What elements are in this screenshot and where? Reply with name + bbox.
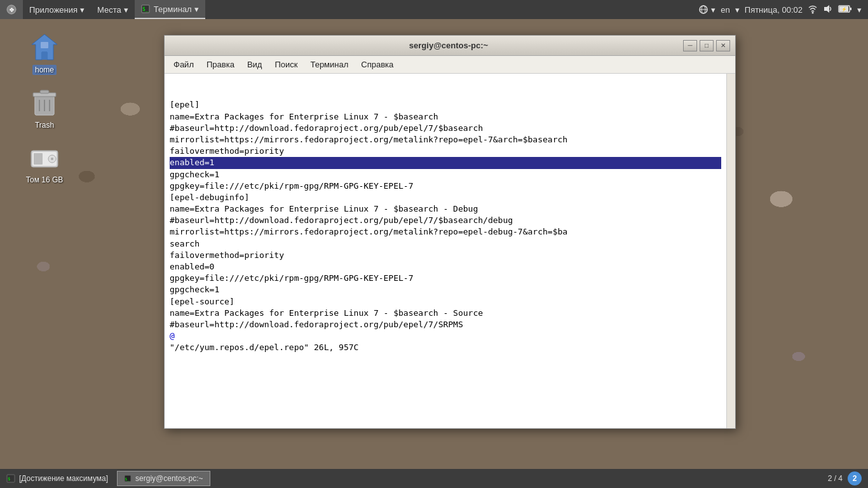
datetime: Пятница, 00:02: [745, 5, 803, 15]
workspace-badge: 2: [848, 471, 862, 485]
svg-rect-14: [42, 52, 47, 60]
terminal-line: name=Extra Packages for Enterprise Linux…: [170, 308, 721, 319]
svg-rect-25: [34, 153, 43, 165]
home-folder-image: [29, 32, 60, 62]
taskbar-terminal-icon: $_: [124, 475, 132, 482]
trash-icon[interactable]: Trash: [19, 88, 70, 130]
terminal-line: mirrorlist=https://mirrors.fedoraproject…: [170, 134, 721, 146]
system-icon[interactable]: ❖: [0, 0, 23, 19]
home-folder-icon[interactable]: home: [19, 32, 70, 75]
language-indicator[interactable]: en: [721, 5, 729, 15]
volume-drive-image: [29, 142, 60, 173]
svg-rect-15: [41, 42, 48, 48]
terminal-line: "/etc/yum.repos.d/epel.repo" 26L, 957C: [170, 342, 721, 353]
desktop-icon-area: home Trash: [19, 32, 70, 184]
minimize-button[interactable]: ─: [683, 40, 697, 51]
terminal-line: [epel]: [170, 99, 721, 111]
svg-marker-8: [824, 5, 829, 13]
terminal-line: gpgkey=file:///etc/pki/rpm-gpg/RPM-GPG-K…: [170, 180, 721, 192]
terminal-window: sergiy@centos-pc:~ ─ □ ✕ ФайлПравкаВидПо…: [164, 35, 736, 429]
terminal-line: gpgcheck=1: [170, 169, 721, 180]
apps-menu[interactable]: Приложения ▾: [23, 0, 91, 19]
terminal-line: #baseurl=http://download.fedoraproject.o…: [170, 215, 721, 226]
volume-icon: [823, 4, 833, 16]
trash-label: Trash: [35, 121, 54, 130]
statusbar-right: 2 / 4 2: [828, 471, 868, 485]
terminal-menu-поиск[interactable]: Поиск: [268, 57, 304, 72]
volume-label: Том 16 GB: [26, 175, 64, 184]
svg-text:❖: ❖: [9, 6, 15, 13]
taskbar-label: sergiy@centos-pc:~: [135, 474, 203, 483]
terminal-text[interactable]: [epel]name=Extra Packages for Enterprise…: [165, 74, 726, 428]
battery-icon: ⚡: [838, 4, 852, 15]
terminal-line: failovermethod=priority: [170, 146, 721, 157]
statusbar-left: $ [Достижение максимума]: [0, 474, 114, 483]
network-icon-area[interactable]: ▾: [698, 4, 715, 15]
wifi-icon: [808, 4, 818, 16]
top-bar-left: ❖ Приложения ▾ Места ▾ $_ Терминал ▾: [0, 0, 205, 19]
terminal-line: #baseurl=http://download.fedoraproject.o…: [170, 123, 721, 134]
maximize-button[interactable]: □: [700, 40, 714, 51]
terminal-menu-правка[interactable]: Правка: [200, 57, 241, 72]
svg-rect-10: [850, 8, 851, 10]
top-bar-right: ▾ en ▾ Пятница, 00:02: [698, 4, 868, 16]
terminal-line: enabled=0: [170, 261, 721, 273]
terminal-line: mirrorlist=https://mirrors.fedoraproject…: [170, 226, 721, 238]
terminal-line: [epel-debuginfo]: [170, 192, 721, 203]
svg-point-27: [51, 158, 53, 160]
terminal-menubar: ФайлПравкаВидПоискТерминалСправка: [165, 56, 735, 74]
terminal-line: #baseurl=http://download.fedoraproject.o…: [170, 319, 721, 330]
terminal-titlebar: sergiy@centos-pc:~ ─ □ ✕: [165, 36, 735, 56]
svg-point-7: [812, 11, 814, 13]
trash-image: [29, 88, 60, 118]
svg-text:$_: $_: [142, 6, 149, 12]
terminal-line: gpgkey=file:///etc/pki/rpm-gpg/RPM-GPG-K…: [170, 273, 721, 284]
terminal-menu-вид[interactable]: Вид: [241, 57, 269, 72]
terminal-menu-файл[interactable]: Файл: [167, 57, 200, 72]
statusbar-text: [Достижение максимума]: [19, 474, 108, 483]
terminal-line: @: [170, 330, 721, 342]
terminal-line: enabled=1: [170, 157, 721, 168]
top-bar: ❖ Приложения ▾ Места ▾ $_ Терминал ▾: [0, 0, 868, 19]
terminal-scrollbar[interactable]: [726, 74, 735, 428]
terminal-title: sergiy@centos-pc:~: [214, 41, 683, 50]
terminal-line: name=Extra Packages for Enterprise Linux…: [170, 203, 721, 215]
statusbar-icon: $: [6, 474, 15, 483]
terminal-menu-терминал[interactable]: Терминал: [304, 57, 355, 72]
workspace-text: 2 / 4: [828, 474, 843, 483]
places-menu[interactable]: Места ▾: [91, 0, 135, 19]
taskbar-terminal-item[interactable]: $_ sergiy@centos-pc:~: [117, 471, 210, 486]
terminal-line: name=Extra Packages for Enterprise Linux…: [170, 111, 721, 123]
terminal-line: failovermethod=priority: [170, 250, 721, 261]
terminal-line: gpgcheck=1: [170, 284, 721, 295]
window-controls: ─ □ ✕: [683, 40, 730, 51]
desktop: ❖ Приложения ▾ Места ▾ $_ Терминал ▾: [0, 0, 868, 488]
terminal-menu[interactable]: $_ Терминал ▾: [135, 0, 205, 19]
terminal-menu-справка[interactable]: Справка: [355, 57, 400, 72]
svg-rect-22: [40, 90, 49, 93]
svg-text:$: $: [8, 477, 10, 482]
statusbar: $ [Достижение максимума] $_ sergiy@cento…: [0, 469, 868, 488]
taskbar-tasks: $_ sergiy@centos-pc:~: [114, 471, 828, 486]
close-button[interactable]: ✕: [716, 40, 730, 51]
terminal-line: search: [170, 238, 721, 250]
home-folder-label: home: [32, 65, 57, 75]
svg-text:$_: $_: [125, 477, 130, 482]
svg-text:⚡: ⚡: [841, 6, 847, 12]
terminal-line: [epel-source]: [170, 296, 721, 308]
volume-drive-icon[interactable]: Том 16 GB: [19, 142, 70, 184]
terminal-content-area: [epel]name=Extra Packages for Enterprise…: [165, 74, 735, 428]
